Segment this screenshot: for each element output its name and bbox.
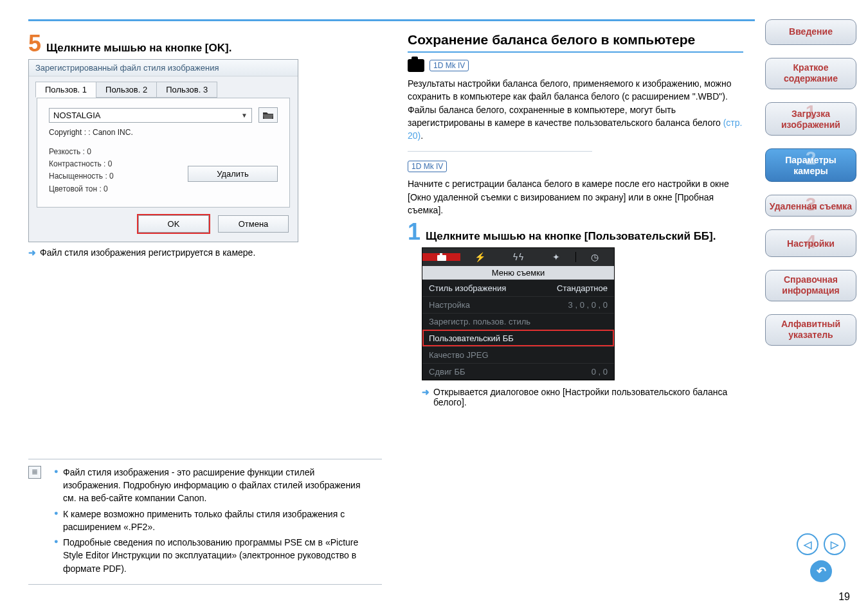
thin-rule — [408, 151, 592, 152]
page-nav-icons: ◁ ▷ ↶ — [792, 533, 850, 582]
param-sharpness: Резкость : 0 — [49, 146, 278, 158]
nav-remote[interactable]: 3 Удаленная съемка — [765, 195, 856, 217]
step-1-title: Щелкните мышью на кнопке [Пользовательск… — [426, 230, 716, 243]
return-button[interactable]: ↶ — [810, 560, 832, 582]
ok-button[interactable]: OK — [138, 215, 209, 233]
dialog-title: Зарегистрированный файл стиля изображени… — [29, 60, 298, 76]
tab-user-1[interactable]: Пользов. 1 — [35, 82, 96, 98]
step-1-number: 1 — [408, 220, 420, 244]
top-rule — [28, 19, 755, 21]
menu-row-style[interactable]: Стиль изображенияСтандартное — [422, 280, 614, 296]
chevron-down-icon: ▼ — [241, 112, 248, 119]
note-1: Файл стиля изображения - это расширение … — [54, 466, 374, 505]
open-file-button[interactable] — [258, 107, 278, 123]
nav-settings[interactable]: 4 Настройки — [765, 229, 856, 257]
note-icon: ≣ — [28, 466, 41, 479]
arrow-icon: ➜ — [422, 387, 429, 397]
menu-row-wb-shift[interactable]: Сдвиг ББ0 , 0 — [422, 363, 614, 380]
arrow-icon: ➜ — [28, 247, 36, 258]
svg-rect-0 — [437, 255, 446, 261]
menu-row-custom-wb[interactable]: Пользовательский ББ — [422, 330, 614, 346]
prep-paragraph: Начните с регистрации баланса белого в к… — [408, 177, 743, 217]
nav-toc[interactable]: Краткое содержание — [765, 58, 856, 89]
heading-rule — [408, 51, 743, 53]
nav-camera-params[interactable]: 2 Параметры камеры — [765, 148, 856, 182]
cancel-button[interactable]: Отмена — [218, 215, 289, 233]
prev-page-button[interactable]: ◁ — [797, 533, 818, 555]
nav-download[interactable]: 1 Загрузка изображений — [765, 102, 856, 136]
model-badge-2: 1D Mk IV — [408, 161, 447, 172]
step-5-number: 5 — [28, 32, 41, 55]
tab-user-3[interactable]: Пользов. 3 — [156, 82, 217, 98]
section-heading: Сохранение баланса белого в компьютере — [408, 32, 743, 48]
copyright-text: Copyright : : Canon INC. — [49, 128, 278, 137]
model-badge: 1D Mk IV — [429, 60, 469, 71]
style-combo[interactable]: NOSTALGIA ▼ — [49, 108, 252, 123]
camera-tab-star[interactable]: ✦ — [537, 252, 575, 262]
page-number: 19 — [838, 591, 850, 603]
note-3: Подробные сведения по использованию прог… — [54, 536, 374, 575]
next-page-button[interactable]: ▷ — [824, 533, 845, 555]
param-tone: Цветовой тон : 0 — [49, 183, 278, 195]
nav-index[interactable]: Алфавитный указатель — [765, 314, 856, 346]
camera-menu-header: Меню съемки — [422, 266, 614, 280]
camera-tab-flash[interactable]: ⚡ — [460, 252, 498, 262]
delete-button[interactable]: Удалить — [188, 166, 278, 182]
intro-paragraph: Результаты настройки баланса белого, при… — [408, 77, 743, 142]
menu-row-jpeg[interactable]: Качество JPEG — [422, 346, 614, 363]
camera-tab-tools[interactable]: ϟϟ — [499, 252, 537, 262]
nav-intro[interactable]: Введение — [765, 19, 856, 45]
picture-style-dialog: Зарегистрированный файл стиля изображени… — [28, 59, 298, 242]
side-nav: Введение Краткое содержание 1 Загрузка и… — [765, 19, 856, 346]
camera-tab-shoot[interactable] — [422, 253, 460, 261]
dialog-tabs: Пользов. 1 Пользов. 2 Пользов. 3 — [29, 76, 298, 98]
note-2: К камере возможно применить только файлы… — [54, 508, 374, 534]
camera-icon — [408, 59, 424, 72]
style-combo-value: NOSTALGIA — [53, 111, 100, 120]
tab-user-2[interactable]: Пользов. 2 — [96, 82, 157, 98]
camera-tab-timer[interactable]: ◷ — [575, 252, 614, 262]
menu-row-adjust[interactable]: Настройка3 , 0 , 0 , 0 — [422, 296, 614, 313]
menu-row-register-style[interactable]: Зарегистр. пользов. стиль — [422, 313, 614, 330]
step5-result: Файл стиля изображения регистрируется в … — [40, 247, 255, 258]
nav-reference[interactable]: Справочная информация — [765, 270, 856, 301]
camera-menu: ⚡ ϟϟ ✦ ◷ Меню съемки Стиль изображенияСт… — [422, 247, 615, 380]
step1-result: Открывается диалоговое окно [Настройки п… — [433, 387, 743, 407]
step-5-title: Щелкните мышью на кнопке [OK]. — [46, 42, 231, 55]
svg-rect-1 — [440, 253, 442, 255]
info-box: ≣ Файл стиля изображения - это расширени… — [28, 459, 382, 585]
